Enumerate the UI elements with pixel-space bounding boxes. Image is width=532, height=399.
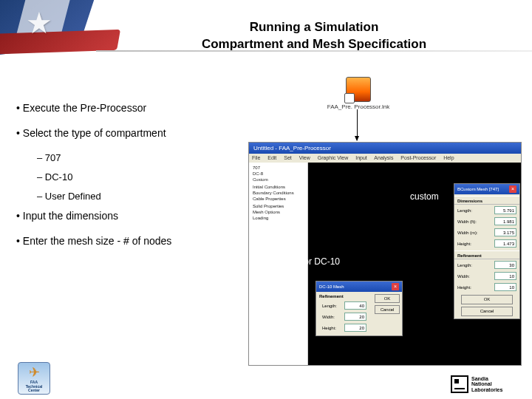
mesh-width-input[interactable] bbox=[344, 313, 366, 321]
sandia-text2: National bbox=[471, 381, 492, 386]
ref-length-input[interactable] bbox=[494, 261, 516, 269]
length-input[interactable] bbox=[494, 206, 516, 214]
ref-width-input[interactable] bbox=[494, 272, 516, 280]
ok-button[interactable]: OK bbox=[461, 295, 513, 304]
width-m-input[interactable] bbox=[494, 228, 516, 236]
bullet-1: Execute the Pre-Processor bbox=[16, 102, 260, 114]
bullet-4: Enter the mesh size - # of nodes bbox=[16, 235, 260, 247]
annotation-custom: custom bbox=[410, 191, 439, 202]
arrow-down-icon bbox=[357, 109, 358, 140]
annotation-dc10: 707 or DC-10 bbox=[287, 256, 340, 267]
shortcut-icon bbox=[346, 77, 371, 102]
mesh-height-input[interactable] bbox=[344, 324, 366, 332]
title-line1: Running a Simulation bbox=[250, 20, 379, 34]
tree-item[interactable]: Boundary Conditions bbox=[251, 190, 305, 196]
bullet-list: Execute the Pre-Processor Select the typ… bbox=[16, 102, 260, 260]
title-line2: Compartment and Mesh Specification bbox=[202, 37, 426, 51]
tree-item[interactable]: Cable Properties bbox=[251, 196, 305, 202]
cancel-button[interactable]: Cancel bbox=[375, 305, 400, 314]
mesh-dialog-title: DC-10 Mesh bbox=[319, 284, 344, 289]
field-label: Width (m): bbox=[457, 231, 478, 235]
sandia-text1: Sandia bbox=[471, 376, 488, 381]
custom-dialog-title: BCustom Mesh [747] bbox=[457, 187, 499, 191]
menu-edit[interactable]: Edit bbox=[267, 155, 276, 160]
field-label: Width: bbox=[457, 274, 470, 279]
tree-item[interactable]: DC-8 bbox=[251, 171, 305, 177]
shortcut-label: FAA_Pre. Processor.lnk bbox=[318, 103, 399, 110]
arrow-down-icon bbox=[313, 266, 313, 287]
menu-help[interactable]: Help bbox=[443, 155, 454, 160]
mesh-length-input[interactable] bbox=[344, 301, 366, 310]
faa-text3: Center bbox=[28, 388, 40, 392]
field-label: Height: bbox=[322, 326, 336, 330]
bullet-2: Select the type of compartment bbox=[16, 127, 260, 139]
field-label: Height: bbox=[457, 242, 471, 246]
cancel-button[interactable]: Cancel bbox=[461, 307, 513, 316]
height-input[interactable] bbox=[494, 239, 516, 248]
tree-item[interactable]: Loading bbox=[251, 215, 305, 221]
menu-analysis[interactable]: Analysis bbox=[374, 155, 393, 160]
menu-view[interactable]: View bbox=[299, 155, 310, 160]
menu-set[interactable]: Set bbox=[284, 155, 292, 160]
ok-button[interactable]: OK bbox=[375, 294, 400, 303]
field-label: Length: bbox=[457, 208, 472, 213]
field-label: Width: bbox=[322, 315, 335, 319]
app-menubar[interactable]: File Edit Set View Graphic View Input An… bbox=[249, 154, 521, 163]
dc10-mesh-dialog[interactable]: DC-10 Mesh × Refinement Length: Width: H… bbox=[316, 281, 403, 336]
width-ft-input[interactable] bbox=[494, 217, 516, 225]
slide-title: Running a Simulation Compartment and Mes… bbox=[126, 19, 502, 53]
mesh-section: Refinement bbox=[319, 294, 369, 299]
bullet-2c: User Defined bbox=[37, 191, 260, 202]
dim-header: Dimensions bbox=[454, 196, 519, 205]
refine-header: Refinement bbox=[454, 250, 519, 259]
shortcut[interactable]: FAA_Pre. Processor.lnk bbox=[318, 77, 399, 110]
menu-file[interactable]: File bbox=[252, 155, 260, 160]
bullet-2a: 707 bbox=[37, 152, 260, 163]
tree-item[interactable]: Mesh Options bbox=[251, 209, 305, 215]
ref-height-input[interactable] bbox=[494, 283, 516, 291]
plane-icon: ✈ bbox=[29, 364, 40, 381]
field-label: Length: bbox=[322, 304, 337, 308]
field-label: Length: bbox=[457, 263, 472, 267]
field-label: Height: bbox=[457, 285, 471, 290]
field-label: Width (ft): bbox=[457, 219, 477, 224]
menu-post[interactable]: Post-Processor bbox=[400, 155, 436, 160]
sandia-text3: Laboratories bbox=[471, 387, 502, 392]
sandia-icon bbox=[451, 375, 468, 393]
bullet-3: Input the dimensions bbox=[16, 210, 260, 222]
star-icon: ★ bbox=[26, 6, 52, 40]
tree-item[interactable]: Solid Properties bbox=[251, 203, 305, 209]
tree-item[interactable]: 707 bbox=[251, 165, 305, 171]
app-titlebar[interactable]: Untitled - FAA_Pre-Processor bbox=[249, 143, 521, 154]
close-icon[interactable]: × bbox=[509, 185, 516, 193]
faa-logo: ✈ FAA Technical Center bbox=[18, 362, 53, 395]
custom-mesh-dialog[interactable]: BCustom Mesh [747] × Dimensions Length: … bbox=[454, 183, 520, 319]
menu-input[interactable]: Input bbox=[355, 155, 367, 160]
sandia-logo-block: Sandia National Laboratories bbox=[451, 375, 525, 393]
menu-graphic[interactable]: Graphic View bbox=[318, 155, 349, 160]
tree-item[interactable]: Initial Conditions bbox=[251, 184, 305, 190]
close-icon[interactable]: × bbox=[392, 283, 399, 290]
bullet-2b: DC-10 bbox=[37, 171, 260, 183]
tree-item[interactable]: Custom bbox=[251, 177, 305, 183]
